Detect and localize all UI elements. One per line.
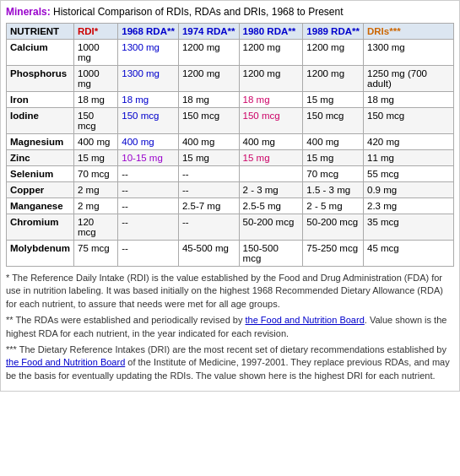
fn1: * The Reference Daily Intake (RDI) is th… [6, 272, 454, 311]
cell-nutrient: Manganese [7, 198, 74, 214]
table-row: Copper2 mg----2 - 3 mg1.5 - 3 mg0.9 mg [7, 182, 454, 198]
cell-dri: 35 mcg [364, 214, 454, 241]
cell-rda1968: -- [118, 166, 179, 182]
cell-rda1968: 10-15 mg [118, 150, 179, 166]
header-rda1974: 1974 RDA** [178, 24, 239, 40]
cell-rda1980: 2.5-5 mg [239, 198, 303, 214]
table-row: Iron18 mg18 mg18 mg18 mg15 mg18 mg [7, 92, 454, 108]
header-rdi: RDI* [74, 24, 118, 40]
cell-rda1968: 1300 mg [118, 66, 179, 92]
cell-rda1989: 15 mg [303, 150, 364, 166]
cell-rda1980: 50-200 mcg [239, 214, 303, 241]
cell-rda1968: -- [118, 198, 179, 214]
cell-rdi: 2 mg [74, 198, 118, 214]
comparison-table: NUTRIENTRDI*1968 RDA**1974 RDA**1980 RDA… [6, 23, 454, 267]
cell-rda1968: -- [118, 241, 179, 267]
table-row: Molybdenum75 mcg--45-500 mg150-500 mcg75… [7, 241, 454, 267]
fn2: ** The RDAs were established and periodi… [6, 314, 454, 340]
cell-rda1974: 15 mg [178, 150, 239, 166]
cell-rda1974: 18 mg [178, 92, 239, 108]
cell-dri: 11 mg [364, 150, 454, 166]
cell-rdi: 1000 mg [74, 66, 118, 92]
cell-nutrient: Magnesium [7, 134, 74, 150]
cell-rda1980: 15 mg [239, 150, 303, 166]
cell-rda1968: 400 mg [118, 134, 179, 150]
cell-nutrient: Iodine [7, 108, 74, 134]
header-rda1968: 1968 RDA** [118, 24, 179, 40]
header-rda1989: 1989 RDA** [303, 24, 364, 40]
cell-rda1989: 150 mcg [303, 108, 364, 134]
cell-dri: 0.9 mg [364, 182, 454, 198]
cell-nutrient: Phosphorus [7, 66, 74, 92]
cell-nutrient: Calcium [7, 40, 74, 66]
cell-rda1974: -- [178, 182, 239, 198]
cell-rda1980: 150 mcg [239, 108, 303, 134]
header-nutrient: NUTRIENT [7, 24, 74, 40]
cell-nutrient: Molybdenum [7, 241, 74, 267]
header-rda1980: 1980 RDA** [239, 24, 303, 40]
header-dri: DRIs*** [364, 24, 454, 40]
cell-rda1989: 1200 mg [303, 66, 364, 92]
cell-rda1974: 400 mg [178, 134, 239, 150]
cell-rda1980: 150-500 mcg [239, 241, 303, 267]
cell-rdi: 75 mcg [74, 241, 118, 267]
cell-dri: 150 mcg [364, 108, 454, 134]
table-row: Selenium70 mcg----70 mcg55 mcg [7, 166, 454, 182]
title-main: Historical Comparison of RDIs, RDAs and … [51, 6, 344, 18]
cell-rda1980: 2 - 3 mg [239, 182, 303, 198]
header-row: NUTRIENTRDI*1968 RDA**1974 RDA**1980 RDA… [7, 24, 454, 40]
cell-rda1968: 1300 mg [118, 40, 179, 66]
cell-rdi: 2 mg [74, 182, 118, 198]
table-row: Phosphorus1000 mg1300 mg1200 mg1200 mg12… [7, 66, 454, 92]
cell-rda1968: -- [118, 182, 179, 198]
cell-rda1974: 1200 mg [178, 40, 239, 66]
cell-rda1989: 75-250 mcg [303, 241, 364, 267]
cell-rda1980 [239, 166, 303, 182]
cell-rda1989: 2 - 5 mg [303, 198, 364, 214]
cell-nutrient: Selenium [7, 166, 74, 182]
cell-rda1974: -- [178, 166, 239, 182]
cell-nutrient: Chromium [7, 214, 74, 241]
cell-rda1980: 400 mg [239, 134, 303, 150]
cell-rdi: 1000 mg [74, 40, 118, 66]
cell-rda1989: 50-200 mcg [303, 214, 364, 241]
cell-rda1974: -- [178, 214, 239, 241]
table-header: NUTRIENTRDI*1968 RDA**1974 RDA**1980 RDA… [7, 24, 454, 40]
cell-dri: 18 mg [364, 92, 454, 108]
cell-nutrient: Iron [7, 92, 74, 108]
cell-nutrient: Zinc [7, 150, 74, 166]
table-title: Minerals: Historical Comparison of RDIs,… [6, 6, 454, 18]
cell-rda1974: 2.5-7 mg [178, 198, 239, 214]
cell-rdi: 18 mg [74, 92, 118, 108]
cell-rda1968: 150 mcg [118, 108, 179, 134]
cell-dri: 55 mcg [364, 166, 454, 182]
cell-rda1989: 1200 mg [303, 40, 364, 66]
cell-rda1980: 1200 mg [239, 66, 303, 92]
cell-rda1974: 45-500 mg [178, 241, 239, 267]
cell-dri: 2.3 mg [364, 198, 454, 214]
fn3: *** The Dietary Reference Intakes (DRI) … [6, 343, 454, 382]
cell-nutrient: Copper [7, 182, 74, 198]
cell-dri: 45 mcg [364, 241, 454, 267]
cell-rda1974: 150 mcg [178, 108, 239, 134]
fnb-link[interactable]: the Food and Nutrition Board [6, 357, 125, 367]
cell-rda1980: 18 mg [239, 92, 303, 108]
cell-rdi: 70 mcg [74, 166, 118, 182]
fnb-link[interactable]: the Food and Nutrition Board [246, 315, 365, 325]
table-row: Zinc15 mg10-15 mg15 mg15 mg15 mg11 mg [7, 150, 454, 166]
cell-rda1968: -- [118, 214, 179, 241]
cell-rda1980: 1200 mg [239, 40, 303, 66]
cell-rdi: 15 mg [74, 150, 118, 166]
table-body: Calcium1000 mg1300 mg1200 mg1200 mg1200 … [7, 40, 454, 267]
cell-rda1968: 18 mg [118, 92, 179, 108]
cell-rda1974: 1200 mg [178, 66, 239, 92]
cell-rdi: 400 mg [74, 134, 118, 150]
table-row: Calcium1000 mg1300 mg1200 mg1200 mg1200 … [7, 40, 454, 66]
table-row: Chromium120 mcg----50-200 mcg50-200 mcg3… [7, 214, 454, 241]
table-row: Manganese2 mg--2.5-7 mg2.5-5 mg2 - 5 mg2… [7, 198, 454, 214]
cell-rda1989: 70 mcg [303, 166, 364, 182]
table-row: Iodine150 mcg150 mcg150 mcg150 mcg150 mc… [7, 108, 454, 134]
cell-rdi: 150 mcg [74, 108, 118, 134]
cell-rda1989: 400 mg [303, 134, 364, 150]
cell-rdi: 120 mcg [74, 214, 118, 241]
